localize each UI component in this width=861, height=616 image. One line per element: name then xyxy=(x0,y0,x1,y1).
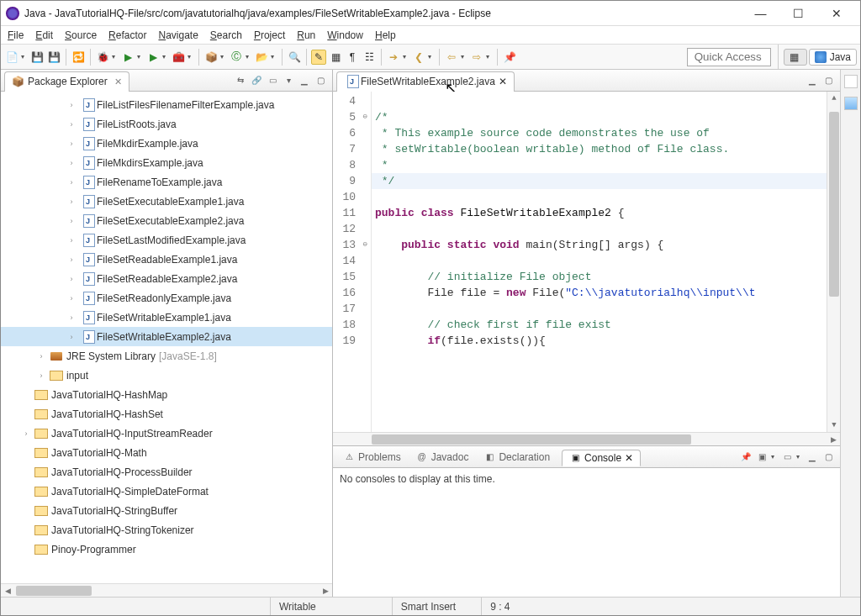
quick-access-input[interactable] xyxy=(687,48,771,66)
maximize-editor-button[interactable]: ▢ xyxy=(821,74,835,87)
java-file-item[interactable]: ›FileSetExecutableExample1.java xyxy=(1,192,332,211)
scroll-right-icon[interactable]: ▶ xyxy=(319,584,332,597)
dropdown-icon[interactable]: ▾ xyxy=(403,53,409,61)
scroll-right-icon[interactable]: ▶ xyxy=(827,433,840,446)
minimize-panel-button[interactable]: ▁ xyxy=(806,450,819,464)
project-item[interactable]: JavaTutorialHQ-HashSet xyxy=(1,404,332,424)
debug-button[interactable]: 🐞 xyxy=(95,50,110,65)
save-button[interactable]: 💾 xyxy=(29,50,45,65)
toggle-mark-button[interactable]: ✎ xyxy=(311,50,326,65)
code-line[interactable]: File file = new File("C:\\javatutorialhq… xyxy=(372,285,827,301)
next-annotation-button[interactable]: ➔ xyxy=(386,50,401,65)
tab-javadoc[interactable]: @Javadoc xyxy=(413,450,473,465)
show-whitespace-button[interactable]: ¶ xyxy=(345,50,360,65)
code-line[interactable]: * This example source code demonstrates … xyxy=(372,125,827,141)
dropdown-icon[interactable]: ▾ xyxy=(271,53,277,61)
twisty-icon[interactable]: › xyxy=(21,429,31,438)
collapse-all-button[interactable]: ⇆ xyxy=(234,74,247,87)
menu-project[interactable]: Project xyxy=(254,29,285,41)
dropdown-icon[interactable]: ▾ xyxy=(112,53,119,61)
twisty-icon[interactable]: › xyxy=(66,197,77,206)
menu-source[interactable]: Source xyxy=(65,29,97,41)
open-perspective-button[interactable]: ▦ xyxy=(784,49,807,66)
dropdown-icon[interactable]: ▾ xyxy=(246,53,252,61)
twisty-icon[interactable]: › xyxy=(66,236,77,245)
twisty-icon[interactable]: › xyxy=(66,255,77,264)
toggle-block-button[interactable]: ▦ xyxy=(328,50,343,65)
code-line[interactable]: * xyxy=(372,157,827,173)
run-button[interactable]: ▶ xyxy=(120,50,135,65)
prev-annotation-button[interactable]: ❮ xyxy=(411,50,426,65)
switch-editor-button[interactable]: 🔁 xyxy=(71,50,86,65)
menu-edit[interactable]: Edit xyxy=(35,29,53,41)
code-line[interactable] xyxy=(372,93,827,109)
project-item[interactable]: JavaTutorialHQ-ProcessBuilder xyxy=(1,462,332,482)
fold-toggle[interactable]: ⊖ xyxy=(363,109,367,125)
minimize-button[interactable]: — xyxy=(742,2,779,25)
dropdown-icon[interactable]: ▾ xyxy=(461,53,467,61)
menu-window[interactable]: Window xyxy=(327,29,363,41)
code-line[interactable]: */ xyxy=(372,173,827,189)
code-line[interactable] xyxy=(372,189,827,205)
folder-item[interactable]: ›input xyxy=(1,366,332,385)
code-line[interactable]: public static void main(String[] args) { xyxy=(372,237,827,253)
maximize-button[interactable]: ☐ xyxy=(779,2,817,25)
dropdown-icon[interactable]: ▾ xyxy=(162,53,169,61)
java-file-item[interactable]: ›FileSetReadableExample2.java xyxy=(1,269,332,288)
menu-refactor[interactable]: Refactor xyxy=(108,29,146,41)
minimize-view-button[interactable]: ▁ xyxy=(298,74,311,87)
display-console-button[interactable]: ▣ xyxy=(755,450,769,464)
menu-run[interactable]: Run xyxy=(297,29,315,41)
scroll-up-icon[interactable]: ▲ xyxy=(827,92,840,105)
dropdown-icon[interactable]: ▾ xyxy=(486,53,493,61)
menu-search[interactable]: Search xyxy=(210,29,242,41)
project-item[interactable]: JavaTutorialHQ-SimpleDateFormat xyxy=(1,482,332,501)
twisty-icon[interactable]: › xyxy=(66,101,77,109)
open-type-button[interactable]: 📂 xyxy=(254,50,269,65)
new-package-button[interactable]: 📦 xyxy=(203,50,219,65)
java-file-item[interactable]: ›FileSetWritableExample1.java xyxy=(1,308,332,327)
external-tools-button[interactable]: 🧰 xyxy=(171,50,186,65)
forward-button[interactable]: ⇨ xyxy=(469,50,484,65)
twisty-icon[interactable]: › xyxy=(66,159,77,167)
menu-help[interactable]: Help xyxy=(375,29,396,41)
code-line[interactable] xyxy=(372,253,827,269)
twisty-icon[interactable]: › xyxy=(66,140,77,148)
tab-console[interactable]: ▣Console ✕ xyxy=(562,450,641,466)
horizontal-scrollbar[interactable]: ◀ ▶ xyxy=(1,583,332,597)
code-body[interactable]: /* * This example source code demonstrat… xyxy=(372,92,827,432)
editor-horizontal-scrollbar[interactable]: ◀ ▶ xyxy=(333,432,840,445)
dropdown-icon[interactable]: ▾ xyxy=(771,453,778,461)
package-explorer-tree[interactable]: ›FileListFilesFilenameFilterExample.java… xyxy=(1,92,332,583)
outline-button[interactable] xyxy=(844,97,858,110)
scrollbar-thumb[interactable] xyxy=(829,112,839,297)
fold-toggle[interactable]: ⊖ xyxy=(363,237,367,253)
code-line[interactable]: /* xyxy=(372,109,827,125)
dropdown-icon[interactable]: ▾ xyxy=(428,53,435,61)
annotation-button[interactable]: ☷ xyxy=(362,50,377,65)
twisty-icon[interactable]: › xyxy=(36,371,46,380)
java-file-item[interactable]: ›FileSetLastModifiedExample.java xyxy=(1,230,332,250)
close-icon[interactable]: ✕ xyxy=(499,76,507,87)
pin-editor-button[interactable]: 📌 xyxy=(502,50,517,65)
code-line[interactable] xyxy=(372,301,827,317)
twisty-icon[interactable]: › xyxy=(36,352,46,361)
twisty-icon[interactable]: › xyxy=(66,294,77,303)
package-explorer-tab[interactable]: 📦 Package Explorer ✕ xyxy=(4,71,129,92)
focus-button[interactable]: ▭ xyxy=(266,74,279,87)
java-perspective-button[interactable]: Java xyxy=(809,49,857,66)
project-item[interactable]: JavaTutorialHQ-StringTokenizer xyxy=(1,520,332,540)
pin-console-button[interactable]: 📌 xyxy=(739,450,753,464)
task-list-button[interactable] xyxy=(844,75,858,88)
maximize-panel-button[interactable]: ▢ xyxy=(821,450,835,464)
menu-file[interactable]: File xyxy=(8,29,24,41)
project-item[interactable]: JavaTutorialHQ-HashMap xyxy=(1,385,332,404)
view-menu-button[interactable]: ▾ xyxy=(282,74,295,87)
scroll-left-icon[interactable]: ◀ xyxy=(1,584,14,597)
project-item[interactable]: JavaTutorialHQ-Math xyxy=(1,443,332,462)
java-file-item[interactable]: ›FileListRoots.java xyxy=(1,114,332,134)
dropdown-icon[interactable]: ▾ xyxy=(137,53,144,61)
code-line[interactable]: // check first if file exist xyxy=(372,317,827,333)
java-file-item[interactable]: ›FileMkdirExample.java xyxy=(1,134,332,153)
jre-library-item[interactable]: ›JRE System Library [JavaSE-1.8] xyxy=(1,346,332,366)
